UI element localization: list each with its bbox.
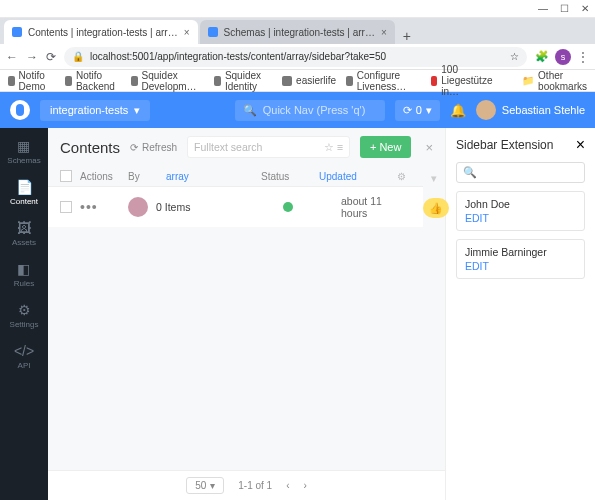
sidebar-extension-panel: Sidebar Extension × 🔍 John Doe EDIT Jimm… [445,128,595,500]
row-updated: about 11 hours [341,195,411,219]
main-panel: Contents ⟳ Refresh Fulltext search ☆ ≡ +… [48,128,445,500]
search-icon: 🔍 [463,166,477,179]
bookmark-item[interactable]: Configure Liveness… [346,70,420,92]
contents-header: Contents ⟳ Refresh Fulltext search ☆ ≡ +… [48,128,445,166]
bookmark-item[interactable]: Notifo Demo [8,70,55,92]
forward-button[interactable]: → [26,50,38,64]
app-header: integration-tests ▾ 🔍 Quick Nav (Press '… [0,92,595,128]
gear-icon[interactable]: ⚙ [397,171,411,182]
assets-icon: 🖼 [17,220,31,236]
star-icon[interactable]: ☆ [510,51,519,62]
tab-title: Schemas | integration-tests | arr… [224,27,375,38]
window-max[interactable]: ☐ [560,3,569,14]
browser-tab-inactive[interactable]: Schemas | integration-tests | arr… × [200,20,395,44]
reload-button[interactable]: ⟳ [46,50,56,64]
browser-tab-active[interactable]: Contents | integration-tests | arr… × [4,20,198,44]
thumbs-up-icon: 👍 [429,202,443,215]
col-array[interactable]: array [166,171,253,182]
refresh-button[interactable]: ⟳ Refresh [130,142,177,153]
quick-nav-placeholder: Quick Nav (Press 'q') [263,104,366,116]
caret-down-icon: ▾ [210,480,215,491]
extension-title: Sidebar Extension [456,138,553,152]
search-placeholder: Fulltext search [194,141,262,153]
page-size-select[interactable]: 50 ▾ [186,477,224,494]
bookmark-item[interactable]: Squidex Identity [214,70,272,92]
url-text: localhost:5001/app/integration-tests/con… [90,51,386,62]
new-tab-button[interactable]: + [397,28,417,44]
bookmark-item[interactable]: 100 Liegestütze in… [431,64,502,97]
app-selector[interactable]: integration-tests ▾ [40,100,150,121]
favicon-icon [12,27,22,37]
window-controls: — ☐ ✕ [0,0,595,18]
select-all-checkbox[interactable] [60,170,72,182]
close-panel-icon[interactable]: × [425,140,433,155]
profile-avatar[interactable]: s [555,49,571,65]
table-row[interactable]: ••• 0 Items about 11 hours [48,187,423,227]
schemas-icon: ▦ [17,138,30,154]
thumbs-up-highlight[interactable]: 👍 [423,198,449,218]
search-icon: 🔍 [243,104,257,117]
edit-link[interactable]: EDIT [465,260,576,272]
col-updated[interactable]: Updated [319,171,389,182]
sync-icon: ⟳ [403,104,412,117]
favicon-icon [208,27,218,37]
back-button[interactable]: ← [6,50,18,64]
extension-card: John Doe EDIT [456,191,585,231]
page-prev-button[interactable]: ‹ [286,480,289,491]
page-title: Contents [60,139,120,156]
fulltext-search-input[interactable]: Fulltext search ☆ ≡ [187,136,350,158]
row-checkbox[interactable] [60,201,72,213]
row-array-value: 0 Items [156,201,275,213]
sync-status[interactable]: ⟳ 0 ▾ [395,100,440,121]
bookmarks-bar: Notifo Demo Notifo Backend Squidex Devel… [0,70,595,92]
col-actions: Actions [80,171,120,182]
lock-icon: 🔒 [72,51,84,62]
bookmark-item[interactable]: easierlife [282,75,336,86]
other-bookmarks[interactable]: 📁Other bookmarks [522,70,587,92]
app-logo-icon[interactable] [10,100,30,120]
avatar [476,100,496,120]
bookmark-item[interactable]: Notifo Backend [65,70,121,92]
browser-tabstrip: Contents | integration-tests | arr… × Sc… [0,18,595,44]
user-name: Sebastian Stehle [502,104,585,116]
refresh-icon: ⟳ [130,142,138,153]
sidebar-item-rules[interactable]: ◧Rules [14,261,34,288]
quick-nav-input[interactable]: 🔍 Quick Nav (Press 'q') [235,100,385,121]
card-name: John Doe [465,198,576,210]
tab-close-icon[interactable]: × [381,27,387,38]
page-next-button[interactable]: › [304,480,307,491]
col-status: Status [261,171,311,182]
tab-close-icon[interactable]: × [184,27,190,38]
sync-count: 0 [416,104,422,116]
menu-icon[interactable]: ⋮ [577,50,589,64]
address-bar-row: ← → ⟳ 🔒 localhost:5001/app/integration-t… [0,44,595,70]
bookmark-item[interactable]: Squidex Developm… [131,70,204,92]
close-extension-icon[interactable]: × [576,136,585,154]
tab-title: Contents | integration-tests | arr… [28,27,178,38]
star-icon[interactable]: ☆ [324,141,334,153]
extension-card: Jimmie Barninger EDIT [456,239,585,279]
new-button[interactable]: + New [360,136,412,158]
sidebar-item-schemas[interactable]: ▦Schemas [7,138,40,165]
extensions-icon[interactable]: 🧩 [535,50,549,63]
window-min[interactable]: — [538,3,548,14]
window-close[interactable]: ✕ [581,3,589,14]
row-actions-menu[interactable]: ••• [80,199,120,215]
bell-icon[interactable]: 🔔 [450,103,466,118]
status-dot-icon [283,202,293,212]
user-menu[interactable]: Sebastian Stehle [476,100,585,120]
gear-icon: ⚙ [18,302,31,318]
caret-down-icon: ▾ [134,104,140,117]
table-header: Actions By array Status Updated ⚙ [48,166,423,187]
sidebar-item-api[interactable]: </>API [14,343,34,370]
filter-icon[interactable]: ≡ [337,141,343,153]
left-sidebar: ▦Schemas 📄Content 🖼Assets ◧Rules ⚙Settin… [0,128,48,500]
extension-search-input[interactable]: 🔍 [456,162,585,183]
edit-link[interactable]: EDIT [465,212,576,224]
sidebar-item-assets[interactable]: 🖼Assets [12,220,36,247]
content-icon: 📄 [16,179,33,195]
sidebar-item-content[interactable]: 📄Content [10,179,38,206]
avatar [128,197,148,217]
sidebar-item-settings[interactable]: ⚙Settings [10,302,39,329]
col-by: By [128,171,158,182]
